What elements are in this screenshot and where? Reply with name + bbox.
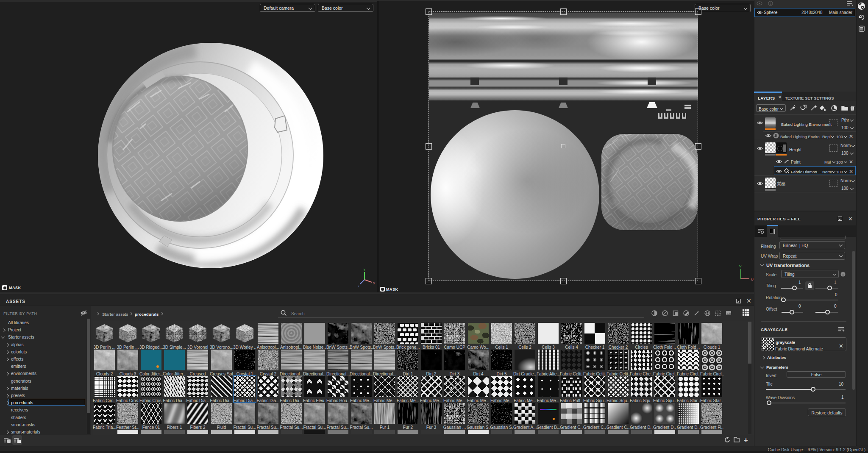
- svg-text:z: z: [358, 284, 359, 288]
- svg-text:U: U: [751, 278, 754, 281]
- svg-text:1: 1: [770, 2, 772, 6]
- svg-text:Y: Y: [363, 268, 366, 272]
- svg-text:X: X: [373, 281, 376, 285]
- svg-text:V: V: [739, 264, 742, 268]
